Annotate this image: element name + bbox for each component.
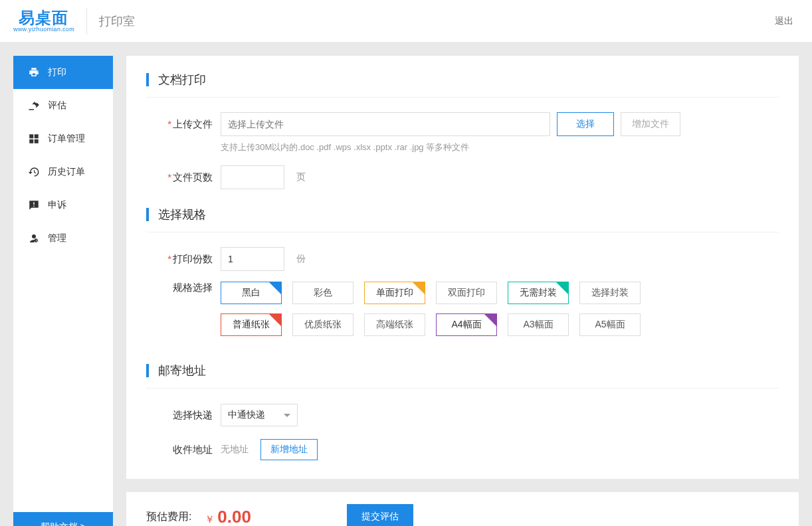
upload-file-display[interactable] xyxy=(221,112,550,136)
section-title-ship: 邮寄地址 xyxy=(146,363,779,389)
label-address: 收件地址 xyxy=(146,444,221,456)
section-title-spec: 选择规格 xyxy=(146,207,779,232)
no-address-text: 无地址 xyxy=(221,444,249,456)
logout-link[interactable]: 退出 xyxy=(769,13,799,30)
sidebar-item-label: 历史订单 xyxy=(48,166,85,178)
spec-opt-color[interactable]: 彩色 xyxy=(292,282,354,304)
help-docs-button[interactable]: 帮助文档 > xyxy=(13,512,113,526)
label-upload-file: 上传文件 xyxy=(146,118,221,131)
cost-label: 预估费用: xyxy=(146,510,191,524)
copies-input[interactable] xyxy=(221,247,284,271)
spec-opt-bw[interactable]: 黑白 xyxy=(221,282,282,304)
grid-icon xyxy=(28,133,40,145)
spec-opt-paper-hq[interactable]: 优质纸张 xyxy=(292,313,354,336)
page-title: 打印室 xyxy=(99,13,135,29)
add-address-button[interactable]: 新增地址 xyxy=(260,439,318,460)
history-icon xyxy=(28,166,40,178)
sidebar: 打印 评估 订单管理 历史订单 申诉 xyxy=(13,56,113,526)
courier-select[interactable]: 中通快递 xyxy=(221,404,298,426)
chevron-down-icon xyxy=(284,414,290,417)
choose-file-button[interactable]: 选择 xyxy=(557,112,614,136)
app-header: 易桌面 www.yizhuomian.com 打印室 退出 xyxy=(0,0,812,43)
brand-url: www.yizhuomian.com xyxy=(13,26,74,33)
printer-icon xyxy=(28,66,40,78)
spec-opt-single[interactable]: 单面打印 xyxy=(364,282,425,304)
sidebar-item-orders[interactable]: 订单管理 xyxy=(13,122,113,155)
section-title-doc: 文档打印 xyxy=(146,72,779,98)
section-document-print: 文档打印 上传文件 选择 增加文件 支持上传30M以内的.doc .pdf .w… xyxy=(146,72,779,189)
spec-opt-no-bind[interactable]: 无需封装 xyxy=(508,282,569,304)
label-copies: 打印份数 xyxy=(146,253,221,266)
spec-opt-bind[interactable]: 选择封装 xyxy=(579,282,641,304)
brand-logo: 易桌面 www.yizhuomian.com xyxy=(13,8,87,35)
sidebar-item-label: 管理 xyxy=(48,232,66,244)
label-page-count: 文件页数 xyxy=(146,171,221,184)
label-spec-select: 规格选择 xyxy=(146,282,221,294)
spec-opt-a4[interactable]: A4幅面 xyxy=(436,313,497,336)
sidebar-item-evaluate[interactable]: 评估 xyxy=(13,89,113,122)
sidebar-item-appeal[interactable]: 申诉 xyxy=(13,189,113,222)
sidebar-item-admin[interactable]: 管理 xyxy=(13,222,113,255)
gavel-icon xyxy=(28,100,40,112)
spec-opt-a3[interactable]: A3幅面 xyxy=(508,313,569,336)
upload-hint: 支持上传30M以内的.doc .pdf .wps .xlsx .pptx .ra… xyxy=(221,141,779,153)
sidebar-item-label: 打印 xyxy=(48,66,66,78)
section-shipping: 邮寄地址 选择快递 中通快递 收件地址 无地址 新增地址 xyxy=(146,363,779,462)
sidebar-item-label: 评估 xyxy=(48,100,66,112)
spec-opt-paper-std[interactable]: 普通纸张 xyxy=(221,313,282,336)
cost-currency: ￥ xyxy=(205,513,215,525)
spec-opt-double[interactable]: 双面打印 xyxy=(436,282,497,304)
courier-selected-value: 中通快递 xyxy=(228,409,265,421)
copies-unit: 份 xyxy=(296,253,306,265)
user-gear-icon xyxy=(28,232,40,244)
brand-name: 易桌面 xyxy=(19,10,68,26)
section-spec: 选择规格 打印份数 份 规格选择 黑白 彩色 单面打印 xyxy=(146,207,779,345)
pages-unit: 页 xyxy=(296,171,306,183)
footer-bar: 预估费用: ￥ 0.00 提交评估 xyxy=(126,479,799,526)
alert-icon xyxy=(28,199,40,211)
submit-evaluate-button[interactable]: 提交评估 xyxy=(347,504,413,526)
spec-opt-paper-top[interactable]: 高端纸张 xyxy=(364,313,425,336)
add-file-button[interactable]: 增加文件 xyxy=(621,112,680,136)
sidebar-item-history[interactable]: 历史订单 xyxy=(13,155,113,189)
label-courier: 选择快递 xyxy=(146,409,221,422)
main-panel: 文档打印 上传文件 选择 增加文件 支持上传30M以内的.doc .pdf .w… xyxy=(126,56,799,479)
sidebar-item-label: 订单管理 xyxy=(48,133,85,145)
spec-opt-a5[interactable]: A5幅面 xyxy=(579,313,641,336)
sidebar-item-label: 申诉 xyxy=(48,199,66,211)
page-count-input[interactable] xyxy=(221,165,284,189)
cost-value: 0.00 xyxy=(217,507,251,527)
sidebar-item-print[interactable]: 打印 xyxy=(13,56,113,89)
